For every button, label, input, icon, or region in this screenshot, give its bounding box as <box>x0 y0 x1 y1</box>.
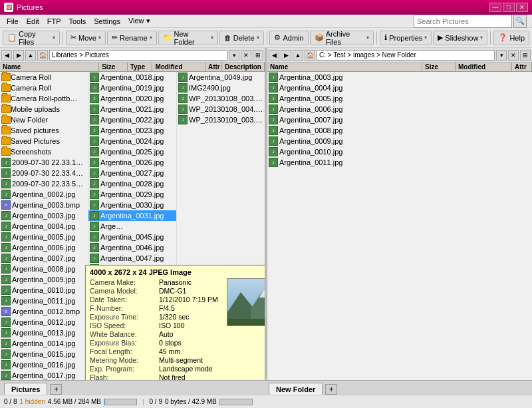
menu-file[interactable]: File <box>3 17 23 26</box>
list-item[interactable]: Camera Roll-pottb… <box>0 93 88 104</box>
list-item[interactable]: Camera Roll <box>0 72 88 83</box>
left-dropdown-button[interactable]: ▾ <box>229 50 239 61</box>
list-item[interactable]: Screenshots <box>0 146 88 157</box>
list-item[interactable]: JArgentina_0005.jpg <box>0 232 88 242</box>
right-dropdown-button[interactable]: ▾ <box>496 50 507 61</box>
list-item[interactable]: Mobile uploads <box>0 104 88 114</box>
list-item[interactable]: JArgentina_0019.jpg <box>88 83 176 93</box>
delete-button[interactable]: 🗑 Delete ▾ <box>219 31 264 45</box>
list-item[interactable]: JArgentina_0020.jpg <box>88 93 176 104</box>
left-expand-button[interactable]: ⊞ <box>253 50 263 61</box>
right-col-attr[interactable]: Attr <box>512 63 532 71</box>
list-item[interactable]: Camera Roll <box>0 83 88 93</box>
list-item[interactable]: JArgentina_0030.jpg <box>88 200 176 210</box>
list-item-selected[interactable]: JArgentina_0031.jpg <box>88 210 176 221</box>
maximize-button[interactable]: □ <box>503 3 515 12</box>
list-item[interactable]: BArgentina_0003.bmp <box>0 200 88 210</box>
list-item[interactable]: JArge… <box>88 221 176 232</box>
left-col-desc[interactable]: Description <box>222 63 265 71</box>
list-item[interactable]: JArgentina_0017.jpg <box>0 370 88 380</box>
right-close-button[interactable]: ✕ <box>508 50 519 61</box>
list-item[interactable]: JArgentina_0010.jpg <box>0 285 88 296</box>
list-item[interactable]: JArgentina_0011.jpg <box>267 157 532 168</box>
left-close-button[interactable]: ✕ <box>241 50 251 61</box>
left-col-name[interactable]: Name <box>0 63 99 71</box>
list-item[interactable]: JArgentina_0027.jpg <box>88 168 176 178</box>
list-item[interactable]: JArgentina_0028.jpg <box>88 178 176 189</box>
list-item[interactable]: JArgentina_0009.jpg <box>267 136 532 146</box>
list-item[interactable]: JArgentina_0003.jpg <box>0 210 88 221</box>
list-item[interactable]: JArgentina_0029.jpg <box>88 189 176 200</box>
left-col-type[interactable]: Type <box>128 63 153 71</box>
right-col-name[interactable]: Name <box>267 63 422 71</box>
list-item[interactable]: JArgentina_0003.jpg <box>267 72 532 83</box>
right-forward-button[interactable]: ▶ <box>281 50 291 61</box>
list-item[interactable]: JArgentina_0006.jpg <box>267 104 532 114</box>
tab-pictures[interactable]: Pictures <box>4 383 47 395</box>
left-forward-button[interactable]: ▶ <box>13 50 24 61</box>
list-item[interactable]: J2009-07-30 22.33.5… <box>0 178 88 189</box>
rename-button[interactable]: ✏ Rename ▾ <box>107 31 157 45</box>
list-item[interactable]: JArgentina_0002.jpg <box>0 189 88 200</box>
right-expand-button[interactable]: ⊞ <box>520 50 531 61</box>
list-item[interactable]: JArgentina_0018.jpg <box>88 72 176 83</box>
menu-edit[interactable]: Edit <box>23 17 43 26</box>
menu-view[interactable]: View ▾ <box>124 16 154 26</box>
list-item[interactable]: JWP_20130108_003.jpg <box>177 93 265 104</box>
list-item[interactable]: JArgentina_0012.jpg <box>0 317 88 327</box>
list-item[interactable]: JArgentina_0008.jpg <box>267 125 532 136</box>
list-item[interactable]: JArgentina_0004.jpg <box>0 221 88 232</box>
right-home-button[interactable]: 🏠 <box>305 50 315 61</box>
list-item[interactable]: JArgentina_0045.jpg <box>88 232 176 242</box>
list-item[interactable]: JArgentina_0046.jpg <box>88 242 176 253</box>
list-item[interactable]: JArgentina_0023.jpg <box>88 125 176 136</box>
tab-new-folder[interactable]: New Folder <box>269 383 323 395</box>
list-item[interactable]: JArgentina_0005.jpg <box>267 93 532 104</box>
list-item[interactable]: JArgentina_0009.jpg <box>0 274 88 285</box>
menu-ftp[interactable]: FTP <box>43 17 65 26</box>
list-item[interactable]: JArgentina_0014.jpg <box>0 338 88 349</box>
list-item[interactable]: BArgentina_0012.bmp <box>0 306 88 317</box>
add-tab-right-button[interactable]: + <box>325 384 337 395</box>
list-item[interactable]: JWP_20130109_003.jpg <box>177 114 265 125</box>
list-item[interactable]: JArgentina_0021.jpg <box>88 104 176 114</box>
list-item[interactable]: JArgentina_0024.jpg <box>88 136 176 146</box>
list-item[interactable]: JArgentina_0047.jpg <box>88 253 176 264</box>
list-item[interactable]: JArgentina_0007.jpg <box>0 253 88 264</box>
minimize-button[interactable]: — <box>489 3 501 12</box>
list-item[interactable]: JArgentina_0007.jpg <box>267 114 532 125</box>
add-tab-left-button[interactable]: + <box>50 384 62 395</box>
close-button[interactable]: ✕ <box>516 3 528 12</box>
help-button[interactable]: ❓ Help <box>493 31 529 45</box>
list-item[interactable]: JWP_20130108_004.jpg <box>177 104 265 114</box>
list-item[interactable]: J2009-07-30 22.33.4… <box>0 168 88 178</box>
new-folder-button[interactable]: 📁 New Folder ▾ <box>158 31 218 45</box>
left-col-attr[interactable]: Attr <box>205 63 222 71</box>
list-item[interactable]: JArgentina_0008.jpg <box>0 264 88 274</box>
properties-button[interactable]: ℹ Properties ▾ <box>380 31 432 45</box>
list-item[interactable]: JArgentina_0015.jpg <box>0 349 88 359</box>
list-item[interactable]: JArgentina_0026.jpg <box>88 157 176 168</box>
list-item[interactable]: JArgentina_0025.jpg <box>88 146 176 157</box>
list-item[interactable]: Saved Pictures <box>0 136 88 146</box>
right-back-button[interactable]: ◀ <box>269 50 279 61</box>
menu-tools[interactable]: Tools <box>65 17 90 26</box>
right-col-size[interactable]: Size <box>422 63 456 71</box>
list-item[interactable]: Saved pictures <box>0 125 88 136</box>
right-up-button[interactable]: ▲ <box>293 50 303 61</box>
search-button[interactable]: 🔍 <box>513 15 527 28</box>
move-button[interactable]: ✂ Move ▾ <box>66 31 106 45</box>
list-item[interactable]: JArgentina_0013.jpg <box>0 327 88 338</box>
list-item[interactable]: JIMG2490.jpg <box>177 83 265 93</box>
left-back-button[interactable]: ◀ <box>1 50 12 61</box>
list-item[interactable]: JArgentina_0049.jpg <box>177 72 265 83</box>
list-item[interactable]: New Folder <box>0 114 88 125</box>
list-item[interactable]: JArgentina_0010.jpg <box>267 146 532 157</box>
left-up-button[interactable]: ▲ <box>25 50 36 61</box>
archive-files-button[interactable]: 📦 Archive Files ▾ <box>310 31 374 45</box>
right-col-modified[interactable]: Modified <box>456 63 512 71</box>
left-path-input[interactable] <box>49 50 227 61</box>
list-item[interactable]: JArgentina_0004.jpg <box>267 83 532 93</box>
list-item[interactable]: JArgentina_0006.jpg <box>0 242 88 253</box>
list-item[interactable]: J2009-07-30 22.33.1… <box>0 157 88 168</box>
